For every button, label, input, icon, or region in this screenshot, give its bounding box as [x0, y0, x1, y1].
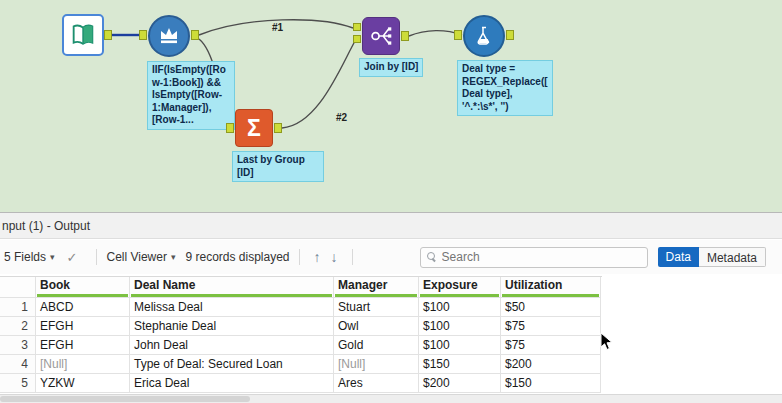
table-row[interactable]: 3 EFGH John Deal Gold $100 $75 [0, 336, 602, 355]
cell-deal-name[interactable]: John Deal [130, 336, 334, 355]
mouse-cursor [600, 332, 614, 352]
cell-utilization[interactable]: $200 [501, 355, 601, 374]
row-number: 5 [0, 374, 36, 393]
input-output-anchor[interactable] [104, 30, 112, 40]
summarize-annotation[interactable]: Last by Group [ID] [232, 151, 324, 182]
summarize-tool[interactable]: Σ [235, 109, 273, 147]
row-number: 1 [0, 298, 36, 317]
multirow-annotation[interactable]: IIF(IsEmpty([Row-1:Book]) && IsEmpty([Ro… [147, 61, 235, 130]
cell-manager[interactable]: Ares [334, 374, 419, 393]
connection-label-1: #1 [272, 22, 283, 33]
join-annotation[interactable]: Join by [ID] [359, 58, 423, 77]
data-quality-bar [502, 294, 599, 297]
search-icon [427, 252, 437, 262]
input-data-tool[interactable] [62, 14, 104, 56]
formula-annotation[interactable]: Deal type = REGEX_Replace([Deal type], '… [457, 60, 553, 116]
row-number-header [0, 277, 36, 298]
results-grid: Book Deal Name Manager Exposure Utilizat… [0, 276, 602, 393]
cell-deal-name[interactable]: Type of Deal: Secured Loan [130, 355, 334, 374]
row-number: 3 [0, 336, 36, 355]
horizontal-scrollbar[interactable] [0, 394, 782, 403]
formula-tool-tile[interactable] [463, 15, 505, 57]
cell-book[interactable]: EFGH [36, 336, 130, 355]
cell-viewer-dropdown[interactable]: Cell Viewer ▾ [106, 250, 175, 264]
data-quality-bar [131, 294, 332, 297]
multi-row-formula-tool-tile[interactable] [148, 15, 190, 57]
arrow-up-icon[interactable]: ↑ [314, 249, 321, 265]
cell-utilization[interactable]: $150 [501, 374, 601, 393]
chevron-down-icon: ▾ [171, 252, 176, 262]
summarize-output-anchor[interactable] [274, 123, 282, 133]
cell-deal-name[interactable]: Melissa Deal [130, 298, 334, 317]
row-number: 4 [0, 355, 36, 374]
cell-book[interactable]: [Null] [36, 355, 130, 374]
tab-metadata[interactable]: Metadata [699, 247, 766, 267]
alteryx-window: #1 #2 IIF(IsEmpty([Row-1:B [0, 0, 782, 403]
join-output-anchor[interactable] [401, 31, 409, 41]
sigma-icon[interactable]: Σ [235, 109, 273, 147]
cell-deal-name[interactable]: Stephanie Deal [130, 317, 334, 336]
fields-dropdown[interactable]: 5 Fields ▾ [4, 250, 55, 264]
cell-manager[interactable]: Owl [334, 317, 419, 336]
cell-utilization[interactable]: $50 [501, 298, 601, 317]
search-input[interactable] [442, 250, 641, 264]
scrollbar-thumb[interactable] [0, 396, 250, 402]
data-quality-bar [420, 294, 499, 297]
results-panel-header: nput (1) - Output [0, 213, 782, 239]
column-header-exposure[interactable]: Exposure [419, 277, 501, 298]
join-right-input-anchor[interactable] [353, 35, 361, 43]
column-header-utilization[interactable]: Utilization [501, 277, 601, 298]
separator [96, 249, 97, 265]
panel-title: nput (1) - Output [2, 219, 90, 233]
data-quality-bar [335, 294, 417, 297]
row-number: 2 [0, 317, 36, 336]
table-row[interactable]: 2 EFGH Stephanie Deal Owl $100 $75 [0, 317, 602, 336]
header-row: Book Deal Name Manager Exposure Utilizat… [0, 276, 602, 298]
crown-icon [157, 24, 181, 48]
cell-manager[interactable]: [Null] [334, 355, 419, 374]
join-tool-tile[interactable] [362, 17, 400, 55]
column-header-book[interactable]: Book [36, 277, 130, 298]
join-tool[interactable] [362, 17, 400, 55]
arrow-down-icon[interactable]: ↓ [331, 249, 338, 265]
formula-tool[interactable] [463, 15, 505, 57]
chevron-down-icon: ▾ [50, 252, 55, 262]
cell-book[interactable]: ABCD [36, 298, 130, 317]
table-row[interactable]: 5 YZKW Erica Deal Ares $200 $150 [0, 374, 602, 393]
cell-manager[interactable]: Stuart [334, 298, 419, 317]
cell-utilization[interactable]: $75 [501, 317, 601, 336]
cell-deal-name[interactable]: Erica Deal [130, 374, 334, 393]
column-header-manager[interactable]: Manager [334, 277, 419, 298]
column-header-deal-name[interactable]: Deal Name [130, 277, 334, 298]
formula-output-anchor[interactable] [506, 30, 514, 40]
input-data-tool-tile[interactable] [62, 14, 104, 56]
records-displayed-label: 9 records displayed [185, 250, 289, 264]
separator [352, 249, 353, 265]
multirow-input-anchor[interactable] [139, 30, 147, 40]
cell-utilization[interactable]: $75 [501, 336, 601, 355]
results-toolbar: 5 Fields ▾ ✓ Cell Viewer ▾ 9 records dis… [0, 240, 782, 274]
join-left-input-anchor[interactable] [353, 23, 361, 31]
cell-book[interactable]: EFGH [36, 317, 130, 336]
table-row[interactable]: 4 [Null] Type of Deal: Secured Loan [Nul… [0, 355, 602, 374]
workflow-canvas[interactable]: #1 #2 IIF(IsEmpty([Row-1:B [0, 0, 782, 212]
book-icon [69, 21, 97, 49]
separator [299, 249, 300, 265]
cell-exposure[interactable]: $100 [419, 317, 501, 336]
search-box[interactable] [420, 247, 648, 268]
checkmark-icon[interactable]: ✓ [67, 250, 78, 265]
join-icon [368, 23, 394, 49]
formula-input-anchor[interactable] [454, 30, 462, 40]
table-row[interactable]: 1 ABCD Melissa Deal Stuart $100 $50 [0, 298, 602, 317]
multi-row-formula-tool[interactable] [148, 15, 190, 57]
cell-exposure[interactable]: $100 [419, 336, 501, 355]
cell-manager[interactable]: Gold [334, 336, 419, 355]
summarize-input-anchor[interactable] [226, 123, 234, 133]
flask-icon [472, 24, 496, 48]
cell-book[interactable]: YZKW [36, 374, 130, 393]
tab-data[interactable]: Data [658, 247, 699, 267]
cell-exposure[interactable]: $150 [419, 355, 501, 374]
multirow-output-anchor[interactable] [191, 30, 199, 40]
cell-exposure[interactable]: $200 [419, 374, 501, 393]
cell-exposure[interactable]: $100 [419, 298, 501, 317]
